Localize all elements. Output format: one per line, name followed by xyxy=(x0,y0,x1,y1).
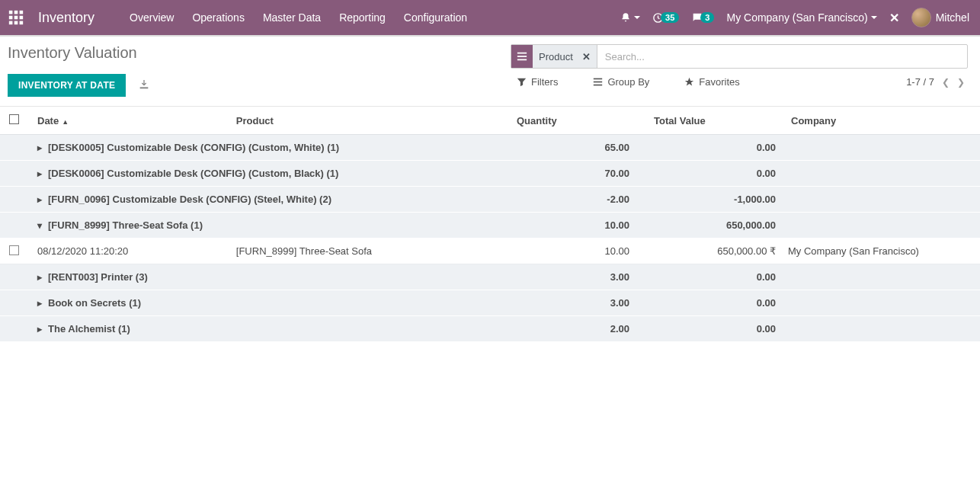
chevron-right-icon[interactable] xyxy=(37,194,45,205)
facet-remove-icon[interactable]: ✕ xyxy=(576,51,597,62)
cell-qty: 10.00 xyxy=(508,238,645,264)
valuation-table: Date Product Quantity Total Value Compan… xyxy=(0,106,980,342)
company-switcher[interactable]: My Company (San Francisco) xyxy=(726,11,876,24)
group-qty: 2.00 xyxy=(508,316,645,342)
svg-rect-12 xyxy=(517,59,527,61)
nav-reporting[interactable]: Reporting xyxy=(339,11,386,24)
col-company[interactable]: Company xyxy=(782,107,980,135)
col-date[interactable]: Date xyxy=(28,107,227,135)
svg-rect-0 xyxy=(9,11,13,14)
favorites-button[interactable]: Favorites xyxy=(684,76,753,88)
chat-badge: 3 xyxy=(700,12,714,23)
svg-rect-13 xyxy=(594,78,602,80)
col-quantity[interactable]: Quantity xyxy=(508,107,645,135)
page-title: Inventory Valuation xyxy=(8,44,511,62)
svg-rect-2 xyxy=(20,11,24,14)
export-icon[interactable] xyxy=(138,78,150,93)
facet-label: Product xyxy=(533,51,576,62)
group-total-value: 0.00 xyxy=(645,316,782,342)
app-brand[interactable]: Inventory xyxy=(38,10,94,26)
group-row[interactable]: [DESK0005] Customizable Desk (CONFIG) (C… xyxy=(0,135,980,161)
group-icon xyxy=(511,45,533,68)
svg-rect-4 xyxy=(14,16,18,20)
group-qty: -2.00 xyxy=(508,187,645,213)
title-bar: Inventory Valuation INVENTORY AT DATE Pr… xyxy=(0,37,980,97)
activity-badge: 35 xyxy=(661,12,679,23)
cell-company: My Company (San Francisco) xyxy=(782,238,980,264)
group-total-value: 0.00 xyxy=(645,135,782,161)
group-total-value: 0.00 xyxy=(645,290,782,316)
group-row[interactable]: [FURN_0096] Customizable Desk (CONFIG) (… xyxy=(0,187,980,213)
group-row[interactable]: [DESK0006] Customizable Desk (CONFIG) (C… xyxy=(0,161,980,187)
filters-button[interactable]: Filters xyxy=(517,76,572,88)
activity-icon[interactable]: 35 xyxy=(652,12,679,24)
chevron-right-icon[interactable] xyxy=(37,323,45,335)
user-name: Mitchel xyxy=(936,11,969,24)
group-qty: 70.00 xyxy=(508,161,645,187)
chevron-right-icon[interactable] xyxy=(37,297,45,309)
group-label: [DESK0006] Customizable Desk (CONFIG) (C… xyxy=(48,168,338,179)
chevron-right-icon[interactable] xyxy=(37,271,45,283)
nav-right: 35 3 My Company (San Francisco) ✕ Mitche… xyxy=(620,8,969,27)
group-qty: 3.00 xyxy=(508,264,645,290)
group-by-button[interactable]: Group By xyxy=(593,76,663,88)
group-label: [FURN_0096] Customizable Desk (CONFIG) (… xyxy=(48,194,331,205)
col-product[interactable]: Product xyxy=(227,107,508,135)
group-row[interactable]: Book on Secrets (1)3.000.00 xyxy=(0,290,980,316)
group-total-value: 0.00 xyxy=(645,264,782,290)
search-facet-product: Product ✕ xyxy=(511,45,597,68)
chevron-right-icon[interactable] xyxy=(37,168,45,179)
col-total-value[interactable]: Total Value xyxy=(645,107,782,135)
row-checkbox[interactable] xyxy=(9,245,19,255)
group-label: [RENT003] Printer (3) xyxy=(48,271,148,283)
chevron-down-icon[interactable] xyxy=(37,219,45,231)
svg-rect-5 xyxy=(20,16,24,20)
group-row[interactable]: [RENT003] Printer (3)3.000.00 xyxy=(0,264,980,290)
nav-operations[interactable]: Operations xyxy=(192,11,244,24)
group-row[interactable]: [FURN_8999] Three-Seat Sofa (1)10.00650,… xyxy=(0,213,980,238)
top-nav: Inventory Overview Operations Master Dat… xyxy=(0,0,980,35)
favorites-label: Favorites xyxy=(699,76,739,88)
svg-rect-10 xyxy=(517,53,527,54)
svg-rect-15 xyxy=(594,85,602,86)
group-label: The Alchemist (1) xyxy=(48,323,130,335)
avatar xyxy=(911,8,931,27)
group-total-value: -1,000.00 xyxy=(645,187,782,213)
close-icon[interactable]: ✕ xyxy=(889,11,899,25)
pager-next-icon[interactable]: ❯ xyxy=(957,77,965,88)
select-all-checkbox[interactable] xyxy=(9,114,19,124)
svg-rect-7 xyxy=(14,21,18,25)
table-row[interactable]: 08/12/2020 11:20:20[FURN_8999] Three-Sea… xyxy=(0,238,980,264)
group-row[interactable]: The Alchemist (1)2.000.00 xyxy=(0,316,980,342)
pager-prev-icon[interactable]: ❮ xyxy=(942,77,950,88)
nav-links: Overview Operations Master Data Reportin… xyxy=(130,11,467,24)
group-total-value: 650,000.00 xyxy=(645,213,782,238)
chat-icon[interactable]: 3 xyxy=(691,11,714,24)
pager-count: 1-7 / 7 xyxy=(906,76,934,88)
group-label: Book on Secrets (1) xyxy=(48,297,141,309)
chevron-right-icon[interactable] xyxy=(37,142,45,153)
svg-rect-11 xyxy=(517,56,527,57)
nav-master-data[interactable]: Master Data xyxy=(263,11,321,24)
cell-date: 08/12/2020 11:20:20 xyxy=(28,238,227,264)
user-menu[interactable]: Mitchel xyxy=(911,8,969,27)
svg-rect-3 xyxy=(9,16,13,20)
bell-icon[interactable] xyxy=(620,12,640,23)
group-label: [FURN_8999] Three-Seat Sofa (1) xyxy=(48,219,203,231)
group-total-value: 0.00 xyxy=(645,161,782,187)
nav-configuration[interactable]: Configuration xyxy=(404,11,467,24)
nav-overview[interactable]: Overview xyxy=(130,11,174,24)
cell-total-value: 650,000.00 ₹ xyxy=(645,238,782,264)
group-qty: 10.00 xyxy=(508,213,645,238)
svg-rect-14 xyxy=(594,82,602,83)
inventory-at-date-button[interactable]: INVENTORY AT DATE xyxy=(8,74,126,97)
cell-product: [FURN_8999] Three-Seat Sofa xyxy=(227,238,508,264)
pager: 1-7 / 7 ❮ ❯ xyxy=(906,76,968,88)
group-by-label: Group By xyxy=(607,76,649,88)
filters-label: Filters xyxy=(531,76,558,88)
apps-icon[interactable] xyxy=(8,9,24,26)
search-input[interactable] xyxy=(597,51,967,62)
svg-rect-8 xyxy=(20,21,24,25)
group-qty: 3.00 xyxy=(508,290,645,316)
search-bar[interactable]: Product ✕ xyxy=(511,44,968,69)
